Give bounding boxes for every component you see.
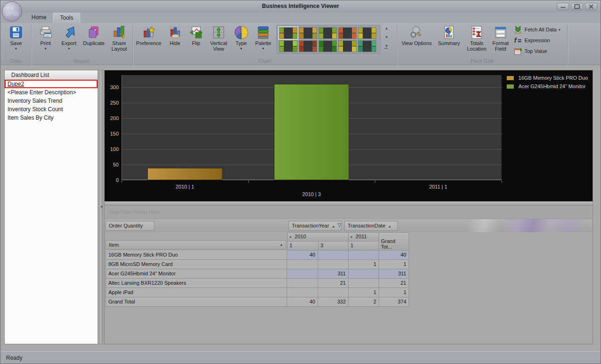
app-logo-icon[interactable] [2, 1, 22, 22]
column-group-2011[interactable]: ▾2011 [348, 232, 379, 242]
value-cell [287, 279, 318, 288]
value-cell [349, 250, 379, 260]
maximize-button[interactable] [571, 3, 583, 10]
palette-button[interactable]: Palette ▾ [252, 24, 274, 56]
palette-swatch[interactable] [299, 27, 317, 39]
x-axis-tick [375, 181, 375, 182]
main-area: Dashboard List Dupe2<Please Enter Descri… [0, 66, 601, 351]
gallery-scroll-down-icon[interactable]: ▼ [385, 35, 389, 39]
legend-item: Acer G245Hbmid 24” Monitor [506, 83, 588, 89]
expression-button[interactable]: f Expression [514, 36, 566, 45]
pivot-row[interactable]: Apple iPad11 [106, 288, 409, 297]
dropdown-icon: ▾ [240, 47, 242, 51]
palette-swatch[interactable] [279, 27, 297, 39]
export-icon [62, 25, 76, 40]
totals-location-icon [470, 25, 484, 40]
column-group-2010[interactable]: ▾2010 [287, 232, 349, 242]
top-value-icon [514, 47, 522, 55]
data-field-order-quantity[interactable]: Order Quantity [106, 221, 154, 231]
dropdown-icon: ▾ [558, 28, 560, 32]
status-bar: Ready [0, 351, 601, 364]
duplicate-button[interactable]: Duplicate [80, 24, 107, 56]
pivot-row[interactable]: Acer G245Hbmid 24" Monitor311311 [106, 269, 409, 279]
ribbon: Save ▾ Print ▾ Export ▾ Duplicate [0, 23, 601, 65]
horizontal-splitter[interactable]: ▼ [105, 201, 593, 205]
fetch-all-data-button[interactable]: Fetch All Data ▾ [514, 25, 566, 34]
svg-text:.:…: .:… [501, 31, 504, 33]
summary-button[interactable]: Summary [435, 24, 463, 56]
chart-bar[interactable] [274, 84, 349, 180]
column-2010-1[interactable]: 1 [287, 241, 319, 250]
dropdown-icon: ▾ [262, 47, 264, 51]
x-axis-tick [502, 181, 502, 182]
row-field-item[interactable]: ▲ Item [106, 240, 286, 250]
column-field-transaction-date[interactable]: TransactionDate▲ [344, 221, 398, 231]
dashboard-item[interactable]: <Please Enter Description> [5, 88, 98, 97]
column-field-transaction-year[interactable]: TransactionYear▲ [289, 221, 342, 231]
view-options-button[interactable]: View Options [400, 24, 433, 56]
totals-location-button[interactable]: Totals Location [464, 24, 489, 56]
collapse-icon[interactable]: ▾ [350, 235, 352, 239]
view-options-icon [410, 25, 424, 40]
preference-button[interactable]: Preference [136, 24, 162, 56]
dashboard-item[interactable]: Inventory Sales Trend [5, 97, 98, 105]
palette-swatch[interactable] [279, 40, 297, 52]
column-2011-1[interactable]: 1 [348, 241, 379, 250]
tab-home[interactable]: Home [25, 13, 53, 23]
gallery-more-icon[interactable]: ▼▔ [385, 44, 389, 53]
palette-swatch[interactable] [319, 40, 337, 52]
palette-swatch[interactable] [358, 40, 376, 52]
format-field-button[interactable]: .:… Format Field [489, 24, 512, 56]
window-title: Business Intelligence Viewer [0, 3, 601, 9]
dashboard-item[interactable]: Item Sales By City [5, 114, 98, 122]
flip-button[interactable]: Flip [186, 24, 206, 56]
vertical-splitter[interactable]: ◄ [99, 70, 103, 344]
palette-swatch[interactable] [338, 40, 357, 52]
value-cell: 21 [379, 279, 409, 288]
share-layout-button[interactable]: Share Layout [107, 24, 131, 56]
tab-tools[interactable]: Tools [53, 13, 80, 23]
chart-bar[interactable] [147, 168, 222, 180]
preference-icon [142, 25, 156, 40]
dropdown-icon: ▾ [45, 47, 46, 51]
print-button[interactable]: Print ▾ [34, 24, 57, 56]
palette-icon [256, 25, 270, 40]
palette-swatch[interactable] [338, 27, 357, 39]
pivot-rows: 16GB Memory Stick PRO Duo40408GB MicroSD… [106, 250, 409, 307]
palette-swatch[interactable] [299, 40, 317, 52]
pivot-grand-total-row[interactable]: Grand Total403322374 [106, 297, 409, 307]
pivot-filter-area[interactable]: Drop Filter Fields Here [105, 205, 593, 219]
y-axis-tick-label: 300 [105, 84, 119, 90]
status-text: Ready [6, 355, 23, 361]
y-axis-tick-label: 150 [105, 131, 119, 136]
dashboard-item[interactable]: Dupe2 [5, 80, 98, 88]
top-value-button[interactable]: Top Value [514, 46, 566, 56]
ribbon-tabs: Home Tools [0, 13, 601, 23]
palette-gallery [276, 25, 380, 54]
close-button[interactable] [585, 3, 597, 10]
minimize-button[interactable] [557, 3, 569, 10]
value-cell: 40 [287, 250, 318, 260]
app-window: Business Intelligence Viewer Home Tools [0, 0, 601, 364]
palette-swatch[interactable] [319, 27, 337, 39]
palette-swatch[interactable] [358, 27, 376, 39]
vertical-view-button[interactable]: Vertical View [206, 24, 231, 56]
pivot-row[interactable]: 8GB MicroSD Memory Card11 [106, 260, 409, 269]
gallery-scroll-up-icon[interactable]: ▲ [385, 26, 389, 30]
column-grand-total[interactable]: Grand Tot... [379, 232, 409, 250]
save-button[interactable]: Save ▾ [4, 24, 28, 56]
pivot-row[interactable]: Altec Lansing BXR1220 Speakers2121 [106, 279, 409, 288]
dropdown-icon: ▾ [68, 47, 70, 51]
collapse-icon[interactable]: ▾ [289, 235, 291, 239]
legend-label: Acer G245Hbmid 24” Monitor [518, 83, 586, 89]
row-label-cell: Altec Lansing BXR1220 Speakers [106, 279, 287, 288]
export-button[interactable]: Export ▾ [58, 24, 80, 56]
value-cell: 374 [379, 297, 409, 307]
type-button[interactable]: Type ▾ [231, 24, 251, 56]
fetch-all-data-icon [514, 25, 522, 34]
pivot-row[interactable]: 16GB Memory Stick PRO Duo4040 [106, 250, 409, 260]
value-cell: 332 [318, 297, 349, 307]
dashboard-item[interactable]: Inventory Stock Count [5, 105, 98, 114]
hide-button[interactable]: Hide [165, 24, 185, 56]
column-2010-3[interactable]: 3 [318, 241, 349, 250]
